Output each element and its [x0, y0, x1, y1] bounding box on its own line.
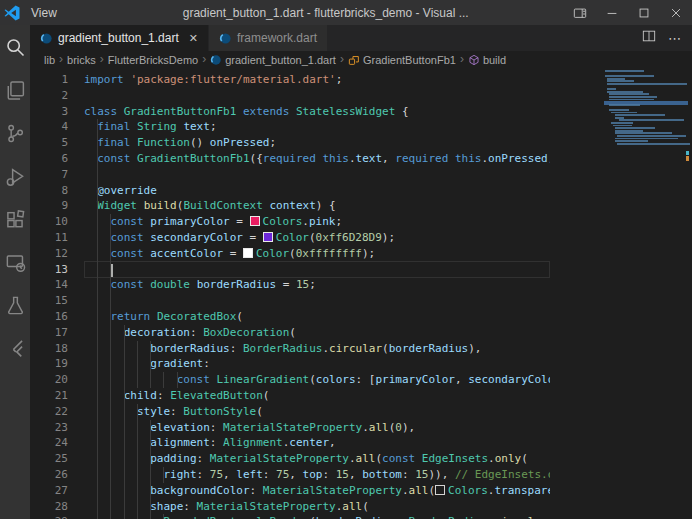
indent-guide: [97, 420, 98, 436]
code-line-7[interactable]: [84, 167, 550, 183]
indent-guide: [137, 467, 138, 483]
code-editor[interactable]: 1234567891011121314151617181920212223242…: [30, 68, 692, 519]
code-line-23[interactable]: elevation: MaterialStateProperty.all(0),: [84, 420, 550, 436]
indent-guide: [97, 119, 98, 135]
remote-explorer-icon[interactable]: [3, 250, 27, 274]
code-pane[interactable]: import 'package:flutter/material.dart';c…: [84, 72, 550, 519]
breadcrumb-item-build[interactable]: build: [468, 54, 506, 66]
breadcrumb-item-FlutterBricksDemo[interactable]: FlutterBricksDemo: [108, 54, 198, 66]
extensions-icon[interactable]: [3, 207, 27, 231]
color-decorator-swatch[interactable]: [243, 248, 253, 258]
breadcrumb-item-bricks[interactable]: bricks: [67, 54, 96, 66]
breadcrumb-separator: ›: [460, 54, 464, 65]
line-number: 2: [30, 88, 84, 104]
close-button[interactable]: [660, 0, 692, 25]
editor-more-actions-button[interactable]: ⋯: [668, 31, 682, 46]
indent-guide: [124, 404, 125, 420]
indent-guide: [110, 277, 111, 293]
indent-guide: [97, 388, 98, 404]
code-line-3[interactable]: class GradientButtonFb1 extends Stateles…: [84, 104, 550, 120]
minimap[interactable]: [604, 68, 688, 519]
code-line-20[interactable]: const LinearGradient(colors: [primaryCol…: [84, 372, 550, 388]
code-line-12[interactable]: const accentColor = Color(0xffffffff);: [84, 246, 550, 262]
code-line-18[interactable]: borderRadius: BorderRadius.circular(bord…: [84, 341, 550, 357]
indent-guide: [110, 388, 111, 404]
indent-guide: [150, 499, 151, 515]
code-line-11[interactable]: const secondaryColor = Color(0xff6D28D9)…: [84, 230, 550, 246]
code-line-24[interactable]: alignment: Alignment.center,: [84, 435, 550, 451]
color-decorator-swatch[interactable]: [263, 232, 273, 242]
indent-guide: [97, 262, 98, 278]
source-control-icon[interactable]: [3, 121, 27, 145]
code-line-13[interactable]: [84, 262, 550, 278]
dart-file-icon: [210, 54, 222, 66]
line-number: 18: [30, 341, 84, 357]
code-line-21[interactable]: child: ElevatedButton(: [84, 388, 550, 404]
indent-guide: [97, 230, 98, 246]
line-number: 23: [30, 420, 84, 436]
indent-guide: [110, 293, 111, 309]
indent-guide: [137, 341, 138, 357]
customize-layout-icon[interactable]: [564, 0, 596, 25]
line-number: 15: [30, 293, 84, 309]
menu-view[interactable]: View: [24, 0, 87, 25]
indent-guide: [150, 356, 151, 372]
indent-guide: [124, 388, 125, 404]
code-line-28[interactable]: shape: MaterialStateProperty.all(: [84, 499, 550, 515]
indent-guide: [110, 214, 111, 230]
code-line-2[interactable]: [84, 88, 550, 104]
search-icon[interactable]: [3, 35, 27, 59]
tab-gradient_button_1.dart[interactable]: gradient_button_1.dart✕: [30, 25, 209, 51]
code-line-4[interactable]: final String text;: [84, 119, 550, 135]
code-line-6[interactable]: const GradientButtonFb1({required this.t…: [84, 151, 550, 167]
minimap-line: [605, 75, 654, 77]
code-line-19[interactable]: gradient:: [84, 356, 550, 372]
indent-guide: [97, 325, 98, 341]
code-line-29[interactable]: RoundedRectangleBorder(borderRadius: Bor…: [84, 514, 550, 519]
minimize-button[interactable]: [596, 0, 628, 25]
breadcrumb-item-gradient_button_1.dart[interactable]: gradient_button_1.dart: [210, 54, 336, 66]
code-line-15[interactable]: [84, 293, 550, 309]
minimap-line: [615, 132, 672, 134]
color-decorator-swatch[interactable]: [250, 216, 260, 226]
minimap-line: [605, 70, 644, 72]
code-line-5[interactable]: final Function() onPressed;: [84, 135, 550, 151]
breadcrumb-item-lib[interactable]: lib: [44, 54, 55, 66]
indent-guide: [110, 420, 111, 436]
minimap-line: [615, 114, 665, 116]
indent-guide: [97, 246, 98, 262]
line-number: 20: [30, 372, 84, 388]
code-line-27[interactable]: backgroundColor: MaterialStateProperty.a…: [84, 483, 550, 499]
flutter-icon[interactable]: [3, 336, 27, 360]
code-line-10[interactable]: const primaryColor = Colors.pink;: [84, 214, 550, 230]
code-line-16[interactable]: return DecoratedBox(: [84, 309, 550, 325]
maximize-button[interactable]: [628, 0, 660, 25]
line-number: 16: [30, 309, 84, 325]
indent-guide: [97, 451, 98, 467]
run-and-debug-icon[interactable]: [3, 164, 27, 188]
tab-framework.dart[interactable]: framework.dart: [209, 25, 328, 51]
code-line-26[interactable]: right: 75, left: 75, top: 15, bottom: 15…: [84, 467, 550, 483]
code-line-25[interactable]: padding: MaterialStateProperty.all(const…: [84, 451, 550, 467]
dart-file-icon: [219, 32, 232, 45]
window-title: gradient_button_1.dart - flutterbricks_d…: [87, 6, 564, 20]
breadcrumb-item-GradientButtonFb1[interactable]: GradientButtonFb1: [348, 54, 456, 66]
code-line-14[interactable]: const double borderRadius = 15;: [84, 277, 550, 293]
color-decorator-swatch[interactable]: [435, 485, 445, 495]
explorer-icon[interactable]: [3, 78, 27, 102]
code-line-22[interactable]: style: ButtonStyle(: [84, 404, 550, 420]
code-line-8[interactable]: @override: [84, 183, 550, 199]
tab-label: framework.dart: [237, 31, 317, 45]
minimap-line: [615, 140, 648, 142]
indent-guide: [137, 435, 138, 451]
minimap-line: [609, 109, 629, 111]
code-line-9[interactable]: Widget build(BuildContext context) {: [84, 198, 550, 214]
split-editor-button[interactable]: [642, 29, 656, 47]
code-line-17[interactable]: decoration: BoxDecoration(: [84, 325, 550, 341]
testing-icon[interactable]: [3, 293, 27, 317]
code-line-1[interactable]: import 'package:flutter/material.dart';: [84, 72, 550, 88]
indent-guide: [97, 404, 98, 420]
tab-close-icon[interactable]: ✕: [189, 32, 198, 45]
line-number: 28: [30, 499, 84, 515]
indent-guide: [137, 514, 138, 519]
